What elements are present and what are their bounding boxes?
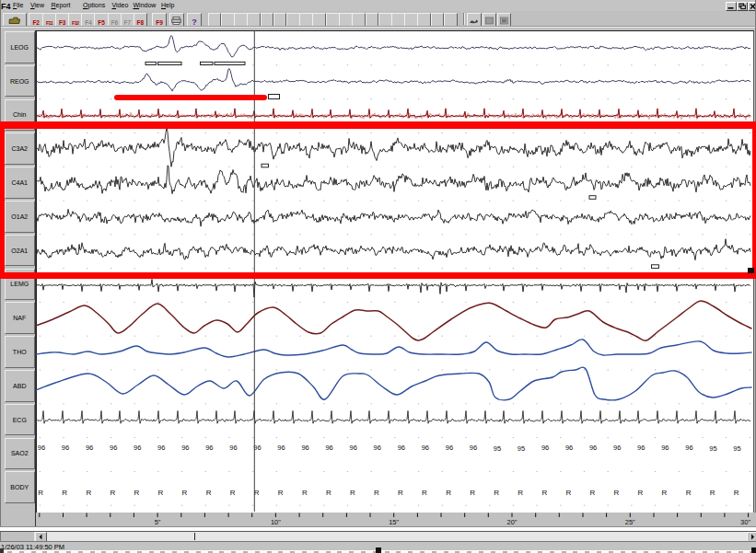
svg-text:R: R [158, 489, 164, 497]
svg-text:96: 96 [685, 444, 692, 452]
svg-text:96: 96 [277, 444, 285, 452]
svg-text:R: R [62, 489, 67, 497]
svg-text:R: R [590, 489, 596, 497]
svg-text:R: R [710, 489, 715, 497]
svg-text:R: R [518, 489, 523, 497]
svg-text:30": 30" [740, 518, 750, 526]
svg-text:R: R [110, 489, 116, 497]
svg-text:20": 20" [506, 518, 517, 526]
svg-text:R: R [374, 489, 379, 497]
svg-text:R: R [230, 489, 236, 497]
svg-text:R: R [686, 489, 692, 497]
svg-text:96: 96 [470, 444, 477, 452]
svg-text:96: 96 [350, 444, 357, 452]
svg-text:25": 25" [625, 518, 635, 526]
svg-text:96: 96 [565, 444, 573, 452]
svg-text:R: R [326, 489, 331, 497]
svg-text:R: R [134, 489, 140, 497]
svg-text:96: 96 [661, 444, 669, 452]
svg-text:R: R [614, 489, 620, 497]
svg-text:R: R [422, 489, 427, 497]
svg-text:96: 96 [325, 444, 332, 452]
svg-text:96: 96 [541, 444, 549, 452]
svg-text:96: 96 [62, 444, 69, 452]
svg-text:96: 96 [613, 444, 621, 452]
svg-text:R: R [350, 489, 355, 497]
svg-text:96: 96 [374, 444, 381, 452]
svg-text:96: 96 [637, 444, 645, 452]
svg-text:96: 96 [38, 444, 45, 452]
svg-text:96: 96 [110, 444, 117, 452]
svg-text:R: R [446, 489, 451, 497]
svg-text:R: R [565, 489, 571, 497]
svg-text:96: 96 [157, 444, 165, 452]
svg-text:95: 95 [518, 444, 525, 453]
svg-text:R: R [38, 489, 43, 497]
svg-text:96: 96 [422, 444, 429, 452]
svg-text:96: 96 [134, 444, 141, 452]
svg-text:5": 5" [155, 518, 161, 526]
svg-text:96: 96 [86, 444, 93, 452]
svg-text:96: 96 [301, 444, 308, 452]
svg-text:96: 96 [229, 444, 237, 452]
svg-text:R: R [494, 489, 499, 497]
svg-text:R: R [302, 489, 308, 497]
svg-text:R: R [86, 489, 91, 497]
svg-text:15": 15" [389, 518, 399, 526]
svg-text:R: R [638, 489, 644, 497]
svg-text:R: R [182, 489, 188, 497]
svg-text:R: R [734, 489, 739, 497]
svg-text:96: 96 [398, 444, 405, 452]
svg-text:95: 95 [709, 444, 716, 453]
svg-text:95: 95 [733, 444, 740, 453]
svg-text:R: R [278, 489, 284, 497]
svg-text:R: R [470, 489, 475, 497]
svg-text:R: R [541, 489, 547, 497]
svg-text:96: 96 [446, 444, 453, 452]
svg-text:96: 96 [181, 444, 189, 452]
svg-text:R: R [662, 489, 668, 497]
svg-text:96: 96 [589, 444, 597, 452]
svg-text:R: R [398, 489, 403, 497]
svg-text:96: 96 [205, 444, 213, 452]
svg-text:95: 95 [494, 444, 501, 453]
svg-text:10": 10" [271, 518, 281, 526]
svg-text:R: R [206, 489, 212, 497]
